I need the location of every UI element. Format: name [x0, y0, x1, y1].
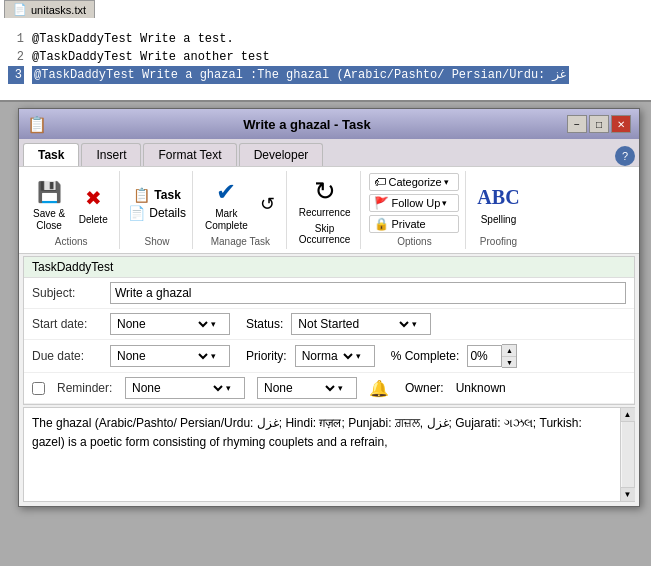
due-date-label: Due date: [32, 349, 102, 363]
due-date-arrow: ▾ [211, 351, 218, 361]
follow-up-label: Follow Up [391, 197, 440, 209]
private-button[interactable]: 🔒 Private [369, 215, 459, 233]
ribbon-group-proofing: ABC Spelling Proofing [468, 171, 528, 249]
task-window-title: Write a ghazal - Task [47, 117, 567, 132]
start-date-arrow: ▾ [211, 319, 218, 329]
task-show-icon: 📋 [133, 187, 150, 203]
subject-input[interactable] [110, 282, 626, 304]
proofing-content: ABC Spelling [477, 173, 521, 234]
scroll-down-button[interactable]: ▼ [621, 487, 635, 501]
reminder-time-dropdown[interactable]: None [258, 378, 338, 398]
editor-tab-label: unitasks.txt [31, 4, 86, 16]
reminder-checkbox[interactable] [32, 382, 45, 395]
line-text-1: @TaskDaddyTest Write a test. [32, 30, 234, 48]
line-text-3: @TaskDaddyTest Write a ghazal :The ghaza… [32, 66, 569, 84]
reminder-date-dropdown[interactable]: None [126, 378, 226, 398]
ribbon-group-actions: 💾 Save &Close ✖ Delete Actions [23, 171, 120, 249]
categorize-icon: 🏷 [374, 175, 386, 189]
skip-occurrence-button[interactable]: SkipOccurrence [299, 223, 351, 245]
subject-row: Subject: [24, 278, 634, 309]
private-icon: 🔒 [374, 217, 389, 231]
priority-dropdown[interactable]: Low Normal High [296, 346, 356, 366]
complete-down[interactable]: ▼ [502, 356, 516, 367]
account-value: TaskDaddyTest [32, 260, 113, 274]
scroll-up-button[interactable]: ▲ [621, 408, 635, 422]
delete-button[interactable]: ✖ Delete [73, 180, 113, 228]
save-close-icon: 💾 [33, 176, 65, 208]
spelling-button[interactable]: ABC Spelling [477, 180, 521, 228]
ribbon-group-recurrence: ↻ Recurrence SkipOccurrence [289, 171, 362, 249]
editor-line-1: 1 @TaskDaddyTest Write a test. [8, 30, 643, 48]
line-number-1: 1 [8, 30, 24, 48]
due-priority-row: Due date: None ▾ Priority: Low Normal Hi… [24, 340, 634, 373]
complete-spinner-group: ▲ ▼ [467, 344, 517, 368]
save-close-button[interactable]: 💾 Save &Close [29, 174, 69, 234]
body-text[interactable]: The ghazal (Arabic/Pashto/ Persian/Urdu:… [24, 408, 620, 501]
owner-label: Owner: [405, 381, 444, 395]
recurrence-icon: ↻ [309, 175, 341, 207]
status-label: Status: [246, 317, 283, 331]
complete-input[interactable] [467, 345, 502, 367]
recurrence-button[interactable]: ↻ Recurrence [295, 173, 355, 221]
delete-label: Delete [79, 214, 108, 226]
start-status-row: Start date: None ▾ Status: Not Started I… [24, 309, 634, 340]
status-arrow: ▾ [412, 319, 419, 329]
tab-format-text[interactable]: Format Text [143, 143, 236, 166]
reminder-label: Reminder: [57, 381, 117, 395]
manage-group-label: Manage Task [211, 234, 270, 247]
help-button[interactable]: ? [615, 146, 635, 166]
show-group-label: Show [145, 234, 170, 247]
proofing-group-label: Proofing [480, 234, 517, 247]
priority-select[interactable]: Low Normal High ▾ [295, 345, 375, 367]
due-date-dropdown[interactable]: None [111, 346, 211, 366]
manage-content: ✔ MarkComplete ↺ [201, 173, 280, 234]
reminder-time-select[interactable]: None ▾ [257, 377, 357, 399]
follow-up-arrow: ▾ [442, 198, 447, 208]
reminder-date-select[interactable]: None ▾ [125, 377, 245, 399]
ribbon-group-options: 🏷 Categorize ▾ 🚩 Follow Up ▾ 🔒 Private O… [363, 171, 466, 249]
status-select[interactable]: Not Started In Progress Complete Waiting… [291, 313, 431, 335]
options-group-label: Options [397, 234, 431, 247]
tab-developer[interactable]: Developer [239, 143, 324, 166]
owner-value: Unknown [456, 381, 506, 395]
task-show-label: Task [154, 188, 180, 202]
editor-content: 1 @TaskDaddyTest Write a test. 2 @TaskDa… [0, 24, 651, 84]
reminder-sound-button[interactable]: 🔔 [369, 379, 389, 398]
tab-task[interactable]: Task [23, 143, 79, 166]
follow-up-icon: 🚩 [374, 196, 389, 210]
priority-arrow: ▾ [356, 351, 363, 361]
spelling-label: Spelling [481, 214, 517, 226]
mark-complete-icon: ✔ [210, 176, 242, 208]
task-show-button[interactable]: 📋 Task [133, 187, 180, 203]
scroll-track [622, 422, 634, 487]
start-date-dropdown[interactable]: None [111, 314, 211, 334]
start-date-label: Start date: [32, 317, 102, 331]
private-label: Private [391, 218, 425, 230]
due-date-select[interactable]: None ▾ [110, 345, 230, 367]
complete-spinner: ▲ ▼ [502, 344, 517, 368]
editor-tab[interactable]: 📄 unitasks.txt [4, 0, 95, 18]
start-date-select[interactable]: None ▾ [110, 313, 230, 335]
body-scrollbar: ▲ ▼ [620, 408, 634, 501]
options-content: 🏷 Categorize ▾ 🚩 Follow Up ▾ 🔒 Private [369, 173, 459, 234]
extra-icon: ↺ [260, 193, 275, 215]
status-dropdown[interactable]: Not Started In Progress Complete Waiting… [292, 314, 412, 334]
subject-label: Subject: [32, 286, 102, 300]
categorize-button[interactable]: 🏷 Categorize ▾ [369, 173, 459, 191]
complete-up[interactable]: ▲ [502, 345, 516, 356]
tab-insert[interactable]: Insert [81, 143, 141, 166]
details-show-button[interactable]: 📄 Details [128, 205, 186, 221]
recurrence-label: Recurrence [299, 207, 351, 219]
follow-up-button[interactable]: 🚩 Follow Up ▾ [369, 194, 459, 212]
body-content: The ghazal (Arabic/Pashto/ Persian/Urdu:… [32, 416, 582, 449]
minimize-button[interactable]: − [567, 115, 587, 133]
line-number-2: 2 [8, 48, 24, 66]
close-button[interactable]: ✕ [611, 115, 631, 133]
extra-btn[interactable]: ↺ [256, 191, 280, 217]
maximize-button[interactable]: □ [589, 115, 609, 133]
actions-content: 💾 Save &Close ✖ Delete [29, 173, 113, 234]
body-container: The ghazal (Arabic/Pashto/ Persian/Urdu:… [23, 407, 635, 502]
mark-complete-button[interactable]: ✔ MarkComplete [201, 174, 252, 234]
file-icon: 📄 [13, 3, 27, 16]
reminder-row: Reminder: None ▾ None ▾ 🔔 Owner: Unknown [24, 373, 634, 404]
